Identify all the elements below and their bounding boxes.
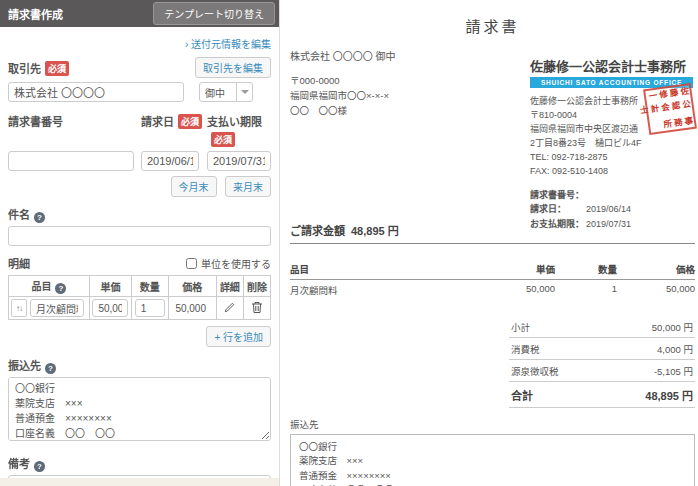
- total-label: 合計: [511, 387, 533, 403]
- unit-price-input[interactable]: [92, 299, 128, 317]
- invoice-preview-panel: 請求書 株式会社 〇〇〇〇 御中 〒000-0000 福岡県福岡市〇〇×-×-×…: [280, 0, 698, 486]
- pv-col-quantity: 数量: [555, 262, 617, 276]
- recipient-person: 〇〇 〇〇様: [290, 103, 396, 118]
- honorific-value: 御中: [200, 85, 236, 100]
- invoice-app-screen: 請求書作成 テンプレート切り替え › 送付元情報を編集 取引先必須 取引先を編集…: [0, 0, 698, 486]
- invoice-title: 請求書: [290, 15, 695, 36]
- pv-item-price: 50,000: [617, 283, 695, 297]
- pv-bank-line: 〇〇銀行: [299, 440, 686, 454]
- invoice-form-panel: 請求書作成 テンプレート切り替え › 送付元情報を編集 取引先必須 取引先を編集…: [0, 0, 280, 486]
- client-name-input[interactable]: [8, 82, 184, 102]
- required-badge: 必須: [178, 114, 202, 129]
- line-items-label: 明細: [8, 255, 30, 271]
- totals-summary: 小計 50,000 円 消費税 4,000 円 源泉徴収税 -5,105 円 合…: [509, 316, 695, 408]
- chevron-down-icon: [236, 83, 252, 101]
- withholding-label: 源泉徴収税: [511, 364, 559, 378]
- billed-amount-label: ご請求金額: [290, 225, 345, 237]
- help-icon[interactable]: ?: [34, 212, 45, 223]
- quantity-input[interactable]: [135, 299, 165, 317]
- subject-input[interactable]: [8, 226, 271, 246]
- help-icon[interactable]: ?: [55, 283, 66, 294]
- issuer-name: 佐藤修一公認会計士事務所: [530, 56, 693, 75]
- pv-bank-box: 〇〇銀行 薬院支店 ××× 普通預金 ×××××××× 口座名義 〇〇 〇〇: [290, 434, 695, 486]
- subtotal-value: 50,000 円: [652, 320, 693, 334]
- delete-row-trash-icon[interactable]: [251, 301, 263, 314]
- col-item-header: 品目: [31, 281, 51, 292]
- form-header-bar: 請求書作成 テンプレート切り替え: [0, 0, 279, 27]
- bank-account-label: 振込先: [8, 360, 41, 372]
- issuer-block: 佐藤修一公認会計士事務所 SHUICHI SATO ACCOUNTING OFF…: [530, 56, 693, 232]
- pv-item-unit-price: 50,000: [465, 283, 555, 297]
- subtotal-label: 小計: [511, 320, 530, 334]
- col-price-header: 価格: [168, 276, 216, 297]
- invoice-date-input[interactable]: [141, 151, 199, 171]
- line-item-row: ↑↓ 50,000: [9, 297, 271, 320]
- add-row-button[interactable]: + 行を追加: [206, 326, 271, 347]
- pv-col-price: 価格: [617, 262, 695, 276]
- tax-value: 4,000 円: [657, 342, 693, 356]
- honorific-select[interactable]: 御中: [199, 82, 253, 102]
- invoice-number-meta-label: 請求書番号：: [530, 188, 586, 203]
- col-quantity-header: 数量: [131, 276, 168, 297]
- client-label: 取引先: [8, 63, 41, 75]
- help-icon[interactable]: ?: [45, 363, 56, 374]
- row-price-value: 50,000: [168, 297, 216, 320]
- tax-label: 消費税: [511, 342, 540, 356]
- preview-items-table: 品目 単価 数量 価格 月次顧問料 50,000 1 50,000: [290, 259, 695, 300]
- due-date-input[interactable]: [207, 151, 271, 171]
- total-row: 合計 48,895 円: [509, 382, 695, 408]
- invoice-number-input[interactable]: [8, 151, 134, 171]
- pv-bank-line: 薬院支店 ×××: [299, 454, 686, 468]
- use-unit-label: 単位を使用する: [201, 256, 271, 271]
- use-unit-checkbox[interactable]: [186, 258, 197, 269]
- notes-label: 備考: [8, 458, 30, 470]
- subtotal-row: 小計 50,000 円: [509, 316, 695, 338]
- withholding-value: -5,105 円: [654, 364, 693, 378]
- billed-amount-value: 48,895 円: [351, 225, 399, 237]
- recipient-block: 株式会社 〇〇〇〇 御中 〒000-0000 福岡県福岡市〇〇×-×-× 〇〇 …: [290, 49, 396, 119]
- invoice-date-meta-label: 請求日：: [530, 202, 586, 217]
- edit-row-pencil-icon[interactable]: [223, 301, 236, 314]
- invoice-date-meta-value: 2019/06/14: [586, 204, 631, 214]
- template-switch-button[interactable]: テンプレート切り替え: [153, 2, 275, 25]
- pv-item-name: 月次顧問料: [290, 283, 465, 297]
- subject-label: 件名: [8, 209, 30, 221]
- pv-col-unit-price: 単価: [465, 262, 555, 276]
- company-seal-stamp: 佐藤修一 公認会計士 事務所: [643, 83, 697, 135]
- due-this-month-end-button[interactable]: 今月末: [171, 176, 217, 197]
- pv-item-quantity: 1: [555, 283, 617, 297]
- withholding-row: 源泉徴収税 -5,105 円: [509, 360, 695, 382]
- col-unit-price-header: 単価: [89, 276, 131, 297]
- tax-row: 消費税 4,000 円: [509, 338, 695, 360]
- bank-account-textarea[interactable]: 〇〇銀行 薬院支店 ××× 普通預金 ×××××××× 口座名義 〇〇 〇〇: [8, 377, 271, 441]
- issuer-fax: FAX: 092-510-1408: [530, 165, 693, 179]
- bottom-strip: [0, 478, 279, 486]
- invoice-date-label: 請求日: [141, 116, 174, 128]
- item-name-input[interactable]: [30, 299, 84, 317]
- invoice-number-label: 請求書番号: [8, 116, 63, 128]
- pv-bank-label: 振込先: [290, 417, 695, 431]
- due-date-meta-label: お支払期限：: [530, 217, 586, 232]
- pv-item-row: 月次顧問料 50,000 1 50,000: [290, 280, 695, 300]
- edit-sender-info-link[interactable]: › 送付元情報を編集: [185, 39, 271, 50]
- required-badge: 必須: [45, 61, 69, 76]
- pv-col-item: 品目: [290, 262, 465, 276]
- total-value: 48,895 円: [645, 387, 693, 403]
- recipient-postal: 〒000-0000: [290, 73, 396, 88]
- issuer-address2: 2丁目8番23号 樋口ビル4F: [530, 137, 693, 151]
- due-date-meta-value: 2019/07/31: [586, 219, 631, 229]
- drag-handle-icon[interactable]: ↑↓: [11, 299, 27, 317]
- edit-client-button[interactable]: 取引先を編集: [195, 57, 271, 78]
- required-badge: 必須: [211, 132, 235, 147]
- due-date-label: 支払い期限: [207, 116, 262, 128]
- issuer-tel: TEL: 092-718-2875: [530, 151, 693, 165]
- recipient-name: 株式会社 〇〇〇〇 御中: [290, 49, 396, 65]
- pv-bank-line: 普通預金 ××××××××: [299, 469, 686, 483]
- recipient-address: 福岡県福岡市〇〇×-×-×: [290, 88, 396, 103]
- page-title: 請求書作成: [8, 6, 63, 22]
- help-icon[interactable]: ?: [34, 461, 45, 472]
- line-items-table: 品目? 単価 数量 価格 詳細 削除 ↑↓ 5: [8, 275, 271, 320]
- col-delete-header: 削除: [244, 276, 271, 297]
- col-detail-header: 詳細: [216, 276, 244, 297]
- due-next-month-end-button[interactable]: 来月末: [225, 176, 271, 197]
